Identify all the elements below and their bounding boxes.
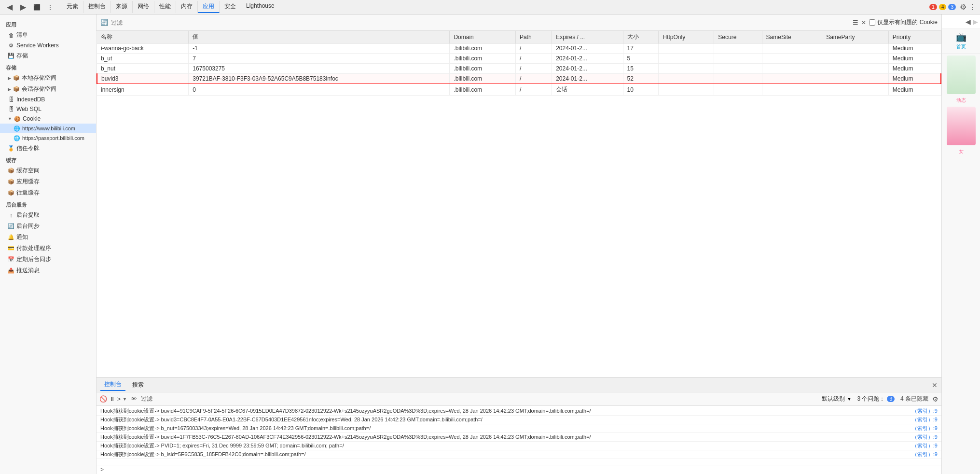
console-source-link[interactable]: （索引）:9 bbox=[912, 433, 938, 441]
console-source-link[interactable]: （索引）:9 bbox=[912, 451, 938, 458]
table-cell: Medium bbox=[888, 43, 941, 54]
cache-storage-icon: 📦 bbox=[8, 167, 14, 174]
table-row[interactable]: i-wanna-go-back-1.bilibili.com/2024-01-2… bbox=[97, 43, 941, 54]
col-name[interactable]: 名称 bbox=[97, 31, 189, 43]
tab-elements[interactable]: 元素 bbox=[62, 1, 83, 13]
col-samesite[interactable]: SameSite bbox=[762, 31, 822, 43]
sidebar-item-background-fetch[interactable]: ↑ 后台提取 bbox=[0, 209, 96, 221]
col-expires[interactable]: Expires / ... bbox=[552, 31, 623, 43]
console-source-link[interactable]: （索引）:9 bbox=[912, 416, 938, 423]
websql-icon: 🗄 bbox=[8, 106, 14, 112]
nav-forward-button[interactable]: ▶ bbox=[17, 1, 29, 13]
clear-filter-icon[interactable]: ✕ bbox=[861, 19, 866, 26]
bili-gender-label[interactable]: 女 bbox=[958, 147, 965, 156]
bili-forward-button[interactable]: ▶ bbox=[973, 18, 978, 26]
col-sameparty[interactable]: SameParty bbox=[822, 31, 889, 43]
col-path[interactable]: Path bbox=[515, 31, 552, 43]
console-source-link[interactable]: （索引）:9 bbox=[912, 407, 938, 415]
level-selector[interactable]: 默认级别 bbox=[822, 395, 845, 403]
clear-console-icon[interactable]: 🚫 bbox=[99, 395, 107, 403]
manifest-icon: 🗑 bbox=[8, 32, 14, 39]
table-row[interactable]: buvid339721BAF-3810-F3F3-03A9-52A65C9A5B… bbox=[97, 74, 941, 84]
top-dropdown-icon[interactable]: ▼ bbox=[123, 397, 127, 402]
sidebar-item-background-sync[interactable]: 🔄 后台同步 bbox=[0, 221, 96, 232]
table-row[interactable]: innersign0.bilibili.com/会话10Medium bbox=[97, 84, 941, 96]
refresh-icon[interactable]: 🔄 bbox=[100, 19, 108, 26]
table-row[interactable]: b_ut7.bilibili.com/2024-01-2...5Medium bbox=[97, 54, 941, 64]
table-row[interactable]: b_nut1675003275.bilibili.com/2024-01-2..… bbox=[97, 64, 941, 74]
sidebar-item-passport-bilibili[interactable]: 🌐 https://passport.bilibili.com bbox=[0, 133, 96, 143]
console-source-link[interactable]: （索引）:9 bbox=[912, 442, 938, 449]
show-issues-checkbox[interactable] bbox=[869, 19, 875, 26]
tab-search-panel[interactable]: 搜索 bbox=[128, 379, 148, 390]
list-item[interactable]: Hook捕获到cookie设置-> PVID=1; expires=Fri, 3… bbox=[97, 442, 941, 450]
console-settings-icon[interactable]: ⚙ bbox=[932, 395, 939, 403]
sidebar-item-periodic-sync[interactable]: 📅 定期后台同步 bbox=[0, 254, 96, 265]
tab-security[interactable]: 安全 bbox=[220, 1, 241, 13]
nav-back-button[interactable]: ◀ bbox=[4, 1, 15, 13]
bili-thumbnail-2[interactable] bbox=[947, 107, 976, 145]
sidebar-item-trust-token[interactable]: 🏅 信任令牌 bbox=[0, 143, 96, 154]
sidebar-item-cookie[interactable]: ▼ 🍪 Cookie bbox=[0, 114, 96, 124]
col-size[interactable]: 大小 bbox=[623, 31, 659, 43]
list-item[interactable]: Hook捕获到cookie设置-> b_lsid=5E6C5835_185FDF… bbox=[97, 450, 941, 459]
list-item[interactable]: Hook捕获到cookie设置-> buvid4=1F7FB53C-76C5-E… bbox=[97, 433, 941, 442]
col-httponly[interactable]: HttpOnly bbox=[659, 31, 714, 43]
list-item[interactable]: Hook捕获到cookie设置-> buvid4=91C9CAF9-5F24-5… bbox=[97, 407, 941, 416]
tab-network[interactable]: 网络 bbox=[133, 1, 154, 13]
table-cell bbox=[714, 54, 762, 64]
nav-dock-button[interactable]: ⬛ bbox=[31, 1, 42, 13]
sidebar-item-push[interactable]: 📤 推送消息 bbox=[0, 265, 96, 276]
sidebar-item-websql[interactable]: 🗄 Web SQL bbox=[0, 104, 96, 114]
sidebar-item-back-forward-cache[interactable]: 📦 往返缓存 bbox=[0, 187, 96, 198]
sidebar-item-payment-handler[interactable]: 💳 付款处理程序 bbox=[0, 243, 96, 254]
col-domain[interactable]: Domain bbox=[450, 31, 516, 43]
nav-more-button[interactable]: ⋮ bbox=[44, 1, 56, 13]
filter-console-label[interactable]: 过滤 bbox=[141, 395, 152, 403]
bili-back-button[interactable]: ◀ bbox=[966, 18, 971, 26]
sidebar-item-cache-storage[interactable]: 📦 缓存空间 bbox=[0, 165, 96, 176]
show-issues-checkbox-label[interactable]: 仅显示有问题的 Cookie bbox=[869, 18, 938, 27]
table-cell: innersign bbox=[97, 84, 189, 96]
sidebar-item-indexeddb[interactable]: 🗄 IndexedDB bbox=[0, 95, 96, 104]
col-priority[interactable]: Priority bbox=[888, 31, 941, 43]
sidebar-item-app-cache[interactable]: 📦 应用缓存 bbox=[0, 176, 96, 187]
sidebar-item-bilibili-https[interactable]: 🌐 https://www.bilibili.com bbox=[0, 124, 96, 133]
main-tab-bar: 元素 控制台 来源 网络 性能 内存 应用 安全 Lighthouse bbox=[62, 1, 279, 13]
filter-input[interactable] bbox=[111, 19, 850, 26]
col-value[interactable]: 值 bbox=[189, 31, 450, 43]
table-cell: .bilibili.com bbox=[450, 43, 516, 54]
table-cell bbox=[762, 64, 822, 74]
close-console-button[interactable]: ✕ bbox=[932, 381, 938, 389]
eye-icon[interactable]: 👁 bbox=[131, 395, 137, 403]
list-item[interactable]: Hook捕获到cookie设置-> b_nut=1675003343;expir… bbox=[97, 424, 941, 433]
filter-options-icon[interactable]: ☰ bbox=[853, 19, 858, 26]
sidebar-item-service-workers[interactable]: ⚙ Service Workers bbox=[0, 41, 96, 50]
tab-application[interactable]: 应用 bbox=[198, 1, 220, 13]
sidebar-item-manifest[interactable]: 🗑 清单 bbox=[0, 29, 96, 41]
bili-dynamic-label[interactable]: 动态 bbox=[955, 96, 967, 105]
more-icon[interactable]: ⋮ bbox=[968, 2, 976, 12]
bili-thumbnail-1[interactable] bbox=[947, 56, 976, 94]
level-dropdown-icon[interactable]: ▼ bbox=[847, 397, 851, 402]
table-cell: 会话 bbox=[552, 84, 623, 96]
sidebar-item-storage-main[interactable]: 💾 存储 bbox=[0, 50, 96, 61]
console-source-link[interactable]: （索引）:9 bbox=[912, 425, 938, 432]
list-item[interactable]: Hook捕获到cookie设置-> buvid3=CBC8E4F7-0A55-E… bbox=[97, 416, 941, 424]
tab-memory[interactable]: 内存 bbox=[176, 1, 198, 13]
tab-console-panel[interactable]: 控制台 bbox=[100, 379, 125, 391]
bili-home-item[interactable]: 📺 首页 bbox=[942, 29, 980, 54]
tab-console[interactable]: 控制台 bbox=[83, 1, 111, 13]
console-step-icon[interactable]: ⏸ bbox=[109, 395, 115, 403]
tab-performance[interactable]: 性能 bbox=[154, 1, 176, 13]
col-secure[interactable]: Secure bbox=[714, 31, 762, 43]
tab-lighthouse[interactable]: Lighthouse bbox=[241, 1, 279, 13]
tab-source[interactable]: 来源 bbox=[111, 1, 133, 13]
sidebar-item-sessionstorage[interactable]: ▶ 📦 会话存储空间 bbox=[0, 84, 96, 95]
console-input[interactable] bbox=[106, 466, 938, 473]
settings-icon[interactable]: ⚙ bbox=[960, 2, 966, 12]
sidebar-item-localstorage[interactable]: ▶ 📦 本地存储空间 bbox=[0, 72, 96, 84]
top-level-selector[interactable]: > bbox=[117, 396, 121, 403]
table-cell: 2024-01-2... bbox=[552, 74, 623, 84]
sidebar-item-notifications[interactable]: 🔔 通知 bbox=[0, 232, 96, 243]
